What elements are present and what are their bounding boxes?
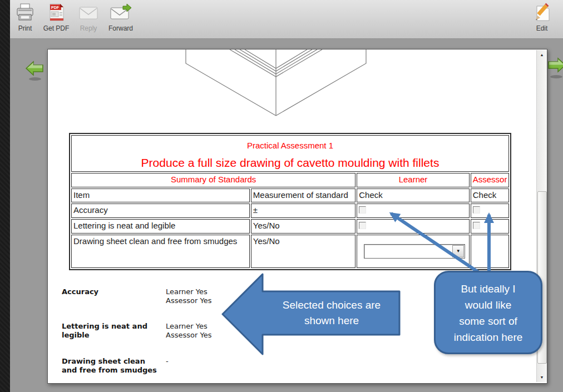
learner-result: Learner Yes xyxy=(166,287,260,296)
summary-value: Learner Yes Assessor Yes xyxy=(166,287,260,305)
callout-line: would like xyxy=(436,297,541,313)
assessor-choice-cell xyxy=(471,235,509,268)
table-row: Lettering is neat and legible Yes/No xyxy=(71,219,509,234)
forward-envelope-icon xyxy=(110,3,132,23)
svg-text:PDF: PDF xyxy=(51,6,60,9)
assessor-checkbox[interactable] xyxy=(473,222,480,229)
table-title-cell: Practical Assessment 1 Produce a full si… xyxy=(71,135,509,172)
learner-choice-cell: ▼ xyxy=(357,235,470,268)
edit-pencil-icon xyxy=(532,3,552,23)
callout-line: But ideally I xyxy=(436,281,541,297)
window-edge xyxy=(0,0,10,392)
assessor-check-cell xyxy=(471,219,509,234)
measurement-cell: Yes/No xyxy=(251,219,355,234)
summary-label: Accuracy xyxy=(62,287,161,296)
assessment-subtitle: Produce a full size drawing of cavetto m… xyxy=(73,157,507,168)
forward-button[interactable]: Forward xyxy=(105,3,136,32)
note-line: Selected choices are xyxy=(283,297,381,313)
assessor-result: Assessor Yes xyxy=(166,331,260,340)
summary-value: Learner Yes Assessor Yes xyxy=(166,322,260,340)
learner-check-cell xyxy=(357,204,470,218)
choice-dropdown[interactable]: ▼ xyxy=(364,244,465,259)
assessor-checkbox[interactable] xyxy=(473,206,480,214)
table-row: Accuracy ± xyxy=(71,204,509,218)
selected-choices-note: Selected choices are shown here xyxy=(264,293,399,333)
print-label: Print xyxy=(18,24,32,32)
result-dash: - xyxy=(166,357,260,366)
reply-envelope-icon xyxy=(78,3,99,23)
measurement-cell: Yes/No xyxy=(251,235,355,268)
next-page-arrow[interactable] xyxy=(547,56,563,82)
col-header-item: Item xyxy=(71,188,250,202)
indication-callout: But ideally I would like some sort of in… xyxy=(434,271,542,354)
get-pdf-button[interactable]: PDF Get PDF xyxy=(41,3,72,32)
learner-result: Learner Yes xyxy=(166,322,260,331)
learner-header: Learner xyxy=(357,173,470,187)
learner-check-cell xyxy=(357,219,470,234)
scroll-up-button[interactable]: ▲ xyxy=(537,51,547,59)
edit-label: Edit xyxy=(536,24,548,32)
learner-checkbox[interactable] xyxy=(359,206,366,214)
note-line: shown here xyxy=(304,313,359,329)
assessment-table: Practical Assessment 1 Produce a full si… xyxy=(69,133,511,270)
item-cell: Accuracy xyxy=(71,204,250,218)
pdf-icon: PDF xyxy=(46,3,66,23)
previous-page-arrow[interactable] xyxy=(24,60,45,85)
col-header-assessor-check: Check xyxy=(471,188,509,202)
assessment-title: Practical Assessment 1 xyxy=(73,140,507,151)
col-header-measurement: Measurement of standard xyxy=(251,188,355,202)
forward-label: Forward xyxy=(108,24,133,32)
col-header-learner-check: Check xyxy=(357,188,470,202)
printer-icon xyxy=(15,3,35,23)
email-viewer-window: Print PDF Get PDF xyxy=(0,0,563,392)
toolbar: Print PDF Get PDF xyxy=(10,0,563,39)
get-pdf-label: Get PDF xyxy=(43,24,70,32)
table-row: Drawing sheet clean and free from smudge… xyxy=(71,235,509,268)
assessor-result: Assessor Yes xyxy=(166,296,260,305)
assessor-check-cell xyxy=(471,204,509,218)
reply-label: Reply xyxy=(80,24,97,32)
print-button[interactable]: Print xyxy=(12,3,38,32)
item-cell: Drawing sheet clean and free from smudge… xyxy=(71,235,250,268)
summary-value: - xyxy=(166,357,260,366)
assessor-header: Assessor xyxy=(471,173,509,187)
dropdown-arrow-icon[interactable]: ▼ xyxy=(452,245,464,257)
item-cell: Lettering is neat and legible xyxy=(71,219,250,234)
callout-line: some sort of xyxy=(436,313,541,329)
moulding-drawing xyxy=(48,49,547,123)
callout-line: indication here xyxy=(436,329,541,345)
summary-label: Lettering is neat and legible xyxy=(62,322,161,340)
scroll-down-button[interactable]: ▼ xyxy=(537,373,547,381)
summary-of-standards-header: Summary of Standards xyxy=(71,173,355,187)
summary-label: Drawing sheet clean and free from smudge… xyxy=(62,357,161,375)
measurement-cell: ± xyxy=(251,204,355,218)
learner-checkbox[interactable] xyxy=(359,222,366,229)
reply-button[interactable]: Reply xyxy=(75,3,102,32)
edit-button[interactable]: Edit xyxy=(527,3,556,32)
